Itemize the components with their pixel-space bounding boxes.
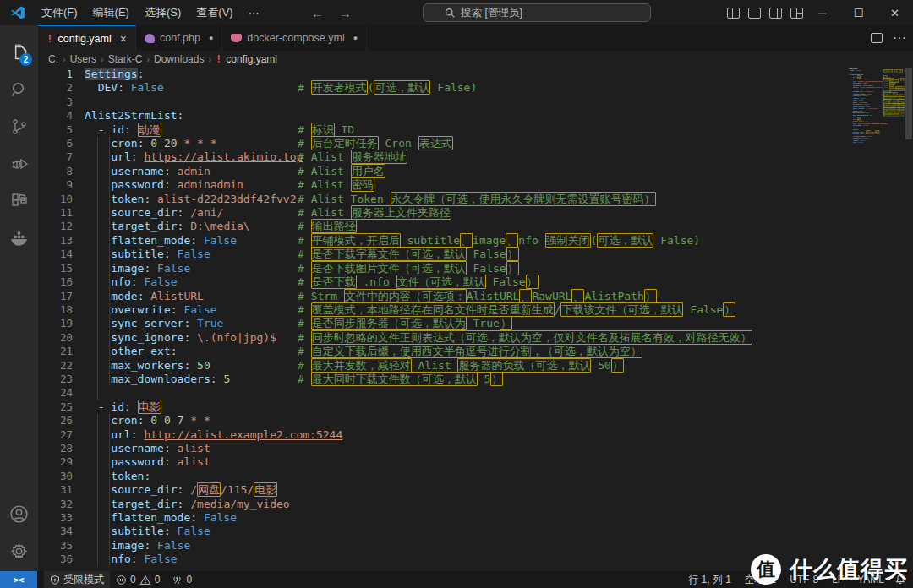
menu-item-3[interactable]: 查看(V) bbox=[189, 3, 240, 22]
code-line[interactable]: 15 image: False# 是否下载图片文件（可选，默认 False） bbox=[38, 262, 845, 275]
tab-conf-php[interactable]: conf.php● bbox=[136, 25, 222, 51]
search-text: 搜索 [管理员] bbox=[461, 6, 522, 20]
line-number: 25 bbox=[38, 400, 73, 414]
code-line[interactable]: 20 sync_ignore: \.(nfo|jpg)$# 同步时忽略的文件正则… bbox=[38, 331, 845, 345]
code-line[interactable]: 36 nfo: False bbox=[38, 553, 845, 566]
code-line[interactable]: 18 overwrite: False# 覆盖模式，本地路径存在同名文件时是否重… bbox=[38, 303, 845, 317]
code-line[interactable]: 30 token: bbox=[38, 470, 845, 483]
code-line[interactable]: 34 subtitle: False bbox=[38, 525, 845, 538]
close-button[interactable]: ✕ bbox=[877, 0, 913, 25]
line-number: 11 bbox=[38, 206, 73, 220]
problems-indicator[interactable]: 0 0 bbox=[110, 571, 166, 588]
nav-forward-button[interactable]: → bbox=[339, 6, 352, 20]
shield-icon bbox=[50, 574, 60, 585]
code-line[interactable]: 32 target_dir: /media/my_video bbox=[38, 498, 845, 511]
remote-icon: >< bbox=[13, 574, 24, 585]
code-line[interactable]: 16 nfo: False# 是否下载 .nfo 文件（可选，默认 False） bbox=[38, 275, 845, 289]
code-line[interactable]: 33 flatten_mode: False bbox=[38, 511, 845, 525]
code-line[interactable]: 17 mode: AlistURL# Strm 文件中的内容（可选项：Alist… bbox=[38, 290, 845, 303]
code-line[interactable]: 26 cron: 0 0 7 * * bbox=[38, 414, 845, 427]
command-center-search[interactable]: 搜索 [管理员] bbox=[423, 3, 651, 22]
settings-gear-icon[interactable] bbox=[0, 532, 38, 569]
code-line[interactable]: 31 source_dir: /网盘/115/电影 bbox=[38, 483, 845, 497]
php-file-icon bbox=[145, 34, 155, 43]
accounts-icon[interactable] bbox=[0, 495, 38, 532]
search-sidebar-icon[interactable] bbox=[0, 71, 38, 108]
tab-docker-compose-yml[interactable]: docker-compose.yml● bbox=[222, 25, 367, 51]
line-number: 6 bbox=[38, 137, 73, 150]
code-line[interactable]: 2 DEV: False# 开发者模式(可选，默认 False) bbox=[38, 81, 845, 95]
tab-modified-dot[interactable]: ● bbox=[353, 34, 358, 42]
customize-layout-icon[interactable] bbox=[790, 8, 803, 19]
line-number: 7 bbox=[38, 150, 73, 164]
extensions-icon[interactable] bbox=[0, 182, 38, 220]
code-line[interactable]: 1Settings: bbox=[38, 68, 845, 81]
minimize-button[interactable]: ─ bbox=[804, 0, 840, 25]
code-line[interactable]: 19 sync_server: True# 是否同步服务器（可选，默认为 Tru… bbox=[38, 317, 845, 330]
menu-item-1[interactable]: 编辑(E) bbox=[85, 3, 137, 22]
source-control-icon[interactable] bbox=[0, 108, 38, 145]
tab-config-yaml[interactable]: !config.yaml× bbox=[38, 25, 136, 51]
explorer-icon[interactable]: 2 bbox=[0, 34, 38, 71]
run-debug-icon[interactable] bbox=[0, 145, 38, 182]
code-line[interactable]: 4Alist2StrmList: bbox=[38, 109, 845, 122]
code-line[interactable]: 29 password: alist bbox=[38, 455, 845, 469]
split-editor-icon[interactable] bbox=[871, 33, 883, 43]
remote-indicator[interactable]: >< bbox=[0, 571, 37, 588]
code-line[interactable]: 21 other_ext:# 自定义下载后缀，使用西文半角逗号进行分割，（可选，… bbox=[38, 345, 845, 358]
code-line[interactable]: 22 max_workers: 50# 最大并发数，减轻对 Alist 服务器的… bbox=[38, 359, 845, 373]
tab-label: config.yaml bbox=[58, 33, 112, 45]
code-line[interactable]: 23 max_downloaders: 5# 最大同时下载文件数（可选，默认 5… bbox=[38, 373, 845, 386]
code-line[interactable]: 3 bbox=[38, 95, 845, 109]
code-line[interactable]: 28 username: alist bbox=[38, 442, 845, 455]
code-line[interactable]: 27 url: http://alist.example2.com:5244 bbox=[38, 428, 845, 442]
code-line[interactable]: 12 target_dir: D:\media\# 输出路径 bbox=[38, 220, 845, 233]
code-line[interactable]: 6 cron: 0 20 * * *# 后台定时任务 Cron 表达式 bbox=[38, 137, 845, 150]
line-number: 3 bbox=[38, 95, 73, 109]
line-number: 5 bbox=[38, 123, 73, 137]
breadcrumb-file[interactable]: config.yaml bbox=[226, 53, 277, 65]
code-line[interactable]: 8 username: admin# Alist 用户名 bbox=[38, 165, 845, 178]
nav-back-button[interactable]: ← bbox=[311, 6, 324, 20]
tab-modified-dot[interactable]: ● bbox=[209, 34, 213, 42]
title-bar: 文件(F)编辑(E)选择(S)查看(V)··· ← → 搜索 [管理员] ─ ☐… bbox=[0, 0, 913, 25]
breadcrumb-item[interactable]: Stark-C bbox=[108, 53, 143, 65]
breadcrumb-item[interactable]: C: bbox=[48, 53, 58, 65]
menu-item-0[interactable]: 文件(F) bbox=[34, 3, 85, 22]
scrollbar[interactable] bbox=[905, 68, 913, 571]
docker-icon[interactable] bbox=[0, 220, 38, 257]
toggle-primary-sidebar-icon[interactable] bbox=[727, 8, 740, 19]
ports-indicator[interactable]: 0 bbox=[166, 571, 198, 588]
breadcrumb-item[interactable]: Downloads bbox=[154, 53, 204, 65]
toggle-secondary-sidebar-icon[interactable] bbox=[769, 8, 782, 19]
code-line[interactable]: 35 image: False bbox=[38, 539, 845, 553]
menu-item-4[interactable]: ··· bbox=[241, 3, 267, 22]
code-line[interactable]: 7 url: https://alist.akimio.top# Alist 服… bbox=[38, 150, 845, 164]
maximize-button[interactable]: ☐ bbox=[840, 0, 877, 25]
editor-more-actions-icon[interactable]: ··· bbox=[893, 30, 906, 46]
code-line[interactable]: 9 password: adminadmin# Alist 密码 bbox=[38, 178, 845, 192]
code-line[interactable]: 14 subtitle: False# 是否下载字幕文件（可选，默认 False… bbox=[38, 248, 845, 261]
line-number: 13 bbox=[38, 234, 73, 248]
restricted-mode-badge[interactable]: 受限模式 bbox=[44, 571, 110, 588]
scrollbar-slider[interactable] bbox=[905, 68, 912, 139]
cursor-position[interactable]: 行 1, 列 1 bbox=[681, 573, 738, 587]
line-number: 17 bbox=[38, 290, 73, 303]
code-line[interactable]: 5 - id: 动漫# 标识 ID bbox=[38, 123, 845, 137]
code-line[interactable]: 13 flatten_mode: False# 平铺模式，开启后 subtitl… bbox=[38, 234, 845, 248]
code-line[interactable]: 10 token: alist-d22d23ddf42fvv2# Alist T… bbox=[38, 193, 845, 206]
tab-close-icon[interactable]: × bbox=[120, 32, 127, 46]
minimap[interactable]: 1Settings:2 DEV: False# 开发者模式(可选，默认 Fals… bbox=[842, 68, 905, 571]
line-number: 32 bbox=[38, 498, 73, 511]
line-number: 12 bbox=[38, 220, 73, 233]
code-editor[interactable]: 1Settings:2 DEV: False# 开发者模式(可选，默认 Fals… bbox=[38, 68, 913, 571]
code-line[interactable]: 11 source_dir: /ani/# Alist 服务器上文件夹路径 bbox=[38, 206, 845, 220]
code-line[interactable]: 24 bbox=[38, 386, 845, 400]
breadcrumb-item[interactable]: Users bbox=[70, 53, 96, 65]
toggle-panel-icon[interactable] bbox=[748, 8, 761, 19]
breadcrumb[interactable]: C:›Users›Stark-C›Downloads›!config.yaml bbox=[38, 51, 913, 68]
code-line[interactable]: 25 - id: 电影 bbox=[38, 400, 845, 414]
line-number: 31 bbox=[38, 483, 73, 497]
line-number: 33 bbox=[38, 511, 73, 525]
menu-item-2[interactable]: 选择(S) bbox=[137, 3, 189, 22]
